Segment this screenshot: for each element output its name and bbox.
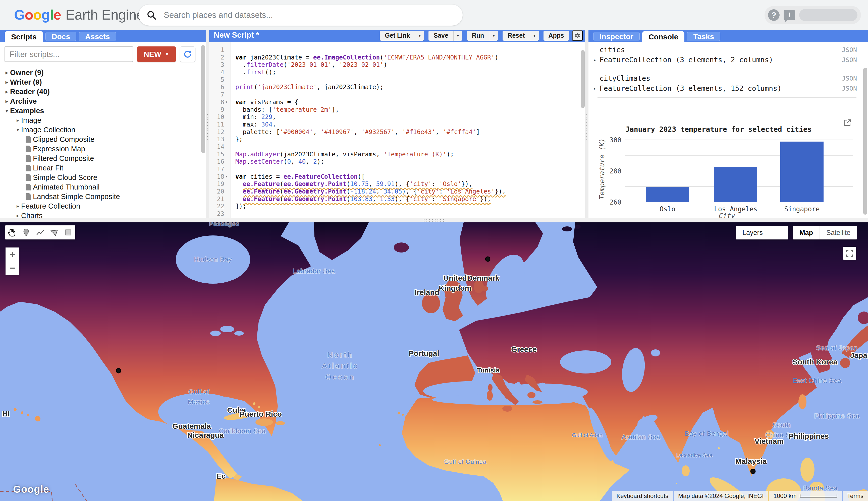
script-item-image[interactable]: ▸Image — [0, 116, 200, 125]
code-line[interactable]: 16Map.setCenter(0, 40, 2); — [209, 158, 580, 166]
chart-bar-singapore[interactable] — [780, 141, 824, 202]
code-line[interactable]: 18▾var cities = ee.FeatureCollection([ — [209, 173, 580, 180]
reset-button[interactable]: Reset — [503, 31, 530, 41]
script-item-feature-collection[interactable]: ▸Feature Collection — [0, 201, 200, 211]
city-point-oslo[interactable] — [485, 257, 490, 261]
console-feature-collection-row[interactable]: ▸FeatureCollection (3 elements, 152 colu… — [594, 83, 859, 93]
chart-bar-los-angeles[interactable] — [714, 167, 757, 202]
code-line[interactable]: 23 — [209, 210, 580, 217]
code-line[interactable]: 6print('jan2023Climate', jan2023Climate)… — [209, 83, 580, 91]
feedback-icon[interactable]: ! — [784, 10, 795, 20]
code-line[interactable]: 4 .first(); — [209, 68, 580, 76]
code-line[interactable]: 9 bands: ['temperature_2m'], — [209, 106, 580, 114]
script-item-linear-fit[interactable]: Linear Fit — [0, 163, 200, 173]
code-line[interactable]: 12 palette: ['#000004', '#410967', '#932… — [209, 128, 580, 136]
search-box[interactable] — [139, 4, 463, 25]
json-badge[interactable]: JSON — [842, 85, 859, 92]
right-tab-tasks[interactable]: Tasks — [687, 32, 720, 41]
save-button[interactable]: Save — [428, 31, 453, 41]
script-item-filtered-composite[interactable]: Filtered Composite — [0, 153, 200, 163]
city-point-los-angeles[interactable] — [116, 369, 121, 373]
zoom-in-button[interactable]: + — [6, 247, 19, 261]
code-editor[interactable]: 12var jan2023Climate = ee.ImageCollectio… — [209, 42, 585, 218]
expand-arrow-icon[interactable]: ▸ — [594, 86, 599, 91]
left-splitter[interactable] — [206, 30, 209, 218]
save-menu-button[interactable]: ▼ — [453, 31, 462, 41]
code-line[interactable]: 14 — [209, 143, 580, 151]
account-placeholder[interactable] — [799, 9, 857, 21]
settings-button[interactable] — [572, 30, 583, 41]
pan-hand-icon[interactable] — [5, 225, 19, 239]
left-panel-scrollbar[interactable] — [201, 45, 205, 153]
open-in-new-icon[interactable] — [843, 118, 852, 128]
code-line[interactable]: 22]); — [209, 203, 580, 210]
get-link-menu-button[interactable]: ▼ — [415, 31, 424, 41]
map-type-map[interactable]: Map — [793, 226, 819, 239]
filter-scripts-input[interactable] — [4, 46, 133, 62]
script-item-writer-9[interactable]: ▸Writer (9) — [0, 77, 200, 87]
code-line[interactable]: 1 — [209, 46, 580, 54]
get-link-button[interactable]: Get Link — [380, 31, 415, 41]
code-line[interactable]: 2var jan2023Climate = ee.ImageCollection… — [209, 54, 580, 61]
right-tab-inspector[interactable]: Inspector — [593, 32, 640, 41]
code-line[interactable]: 20 ee.Feature(ee.Geometry.Point(-118.24,… — [209, 188, 580, 195]
code-line[interactable]: 10 min: 229, — [209, 113, 580, 121]
script-item-simple-cloud-score[interactable]: Simple Cloud Score — [0, 173, 200, 182]
code-line[interactable]: 5 — [209, 76, 580, 84]
run-button[interactable]: Run — [467, 31, 489, 41]
map-splitter[interactable] — [0, 218, 868, 222]
right-tab-console[interactable]: Console — [642, 31, 684, 42]
code-line[interactable]: 8▾var visParams = { — [209, 98, 580, 106]
right-splitter[interactable] — [585, 30, 588, 218]
attribution-keyboard-shortcuts[interactable]: Keyboard shortcuts — [612, 491, 673, 501]
code-line[interactable]: 7 — [209, 91, 580, 98]
code-line[interactable]: 13}; — [209, 136, 580, 143]
expand-arrow-icon[interactable]: ▸ — [594, 57, 599, 63]
script-item-expression-map[interactable]: Expression Map — [0, 144, 200, 153]
attribution-terms[interactable]: Terms — [843, 491, 868, 501]
code-line[interactable]: 21 ee.Feature(ee.Geometry.Point(103.83, … — [209, 195, 580, 203]
editor-scrollbar[interactable] — [581, 50, 585, 108]
point-marker-icon[interactable] — [19, 225, 33, 239]
json-badge[interactable]: JSON — [842, 46, 859, 53]
rectangle-icon[interactable] — [61, 225, 75, 239]
json-badge[interactable]: JSON — [842, 75, 859, 82]
fullscreen-button[interactable] — [843, 247, 856, 260]
layers-button[interactable]: Layers — [736, 226, 788, 239]
json-badge[interactable]: JSON — [842, 56, 859, 64]
chart-bar-oslo[interactable] — [646, 187, 689, 202]
script-item-reader-40[interactable]: ▸Reader (40) — [0, 87, 200, 96]
fold-arrow-icon[interactable]: ▾ — [225, 98, 228, 106]
left-tab-docs[interactable]: Docs — [45, 32, 76, 41]
code-line[interactable]: 19 ee.Feature(ee.Geometry.Point(10.75, 5… — [209, 180, 580, 188]
code-line[interactable]: 17 — [209, 166, 580, 173]
polygon-icon[interactable] — [47, 225, 61, 239]
line-icon[interactable] — [33, 225, 47, 239]
left-tab-scripts[interactable]: Scripts — [5, 31, 43, 42]
map-viewport[interactable]: PassagesHudson BayLabrador SeaNorthAtlan… — [0, 222, 868, 501]
script-item-clipped-composite[interactable]: Clipped Composite — [0, 135, 200, 144]
new-script-button[interactable]: NEW ▼ — [137, 46, 176, 62]
code-line[interactable]: 15Map.addLayer(jan2023Climate, visParams… — [209, 151, 580, 158]
script-item-owner-9[interactable]: ▸Owner (9) — [0, 68, 200, 77]
city-point-singapore[interactable] — [751, 469, 755, 473]
console-scrollbar[interactable] — [863, 68, 867, 215]
script-item-charts[interactable]: ▸Charts — [0, 211, 200, 218]
left-tab-assets[interactable]: Assets — [79, 32, 116, 41]
temperature-layer[interactable]: PassagesHudson BayLabrador SeaNorthAtlan… — [0, 222, 868, 501]
script-item-examples[interactable]: ▾Examples — [0, 106, 200, 116]
refresh-button[interactable] — [180, 46, 196, 62]
apps-button[interactable]: Apps — [544, 31, 569, 41]
fold-arrow-icon[interactable]: ▾ — [225, 173, 228, 180]
code-line[interactable]: 3 .filterDate('2023-01-01', '2023-02-01'… — [209, 61, 580, 68]
script-item-animated-thumbnail[interactable]: Animated Thumbnail — [0, 182, 200, 192]
script-item-landsat-simple-composite[interactable]: Landsat Simple Composite — [0, 192, 200, 201]
script-item-archive[interactable]: ▸Archive — [0, 96, 200, 106]
zoom-out-button[interactable]: − — [6, 261, 19, 275]
help-icon[interactable]: ? — [768, 9, 780, 21]
script-item-image-collection[interactable]: ▾Image Collection — [0, 125, 200, 135]
reset-menu-button[interactable]: ▼ — [530, 31, 539, 41]
search-input[interactable] — [163, 10, 455, 20]
map-type-satellite[interactable]: Satellite — [819, 226, 857, 239]
console-feature-collection-row[interactable]: ▸FeatureCollection (3 elements, 2 column… — [594, 55, 859, 65]
